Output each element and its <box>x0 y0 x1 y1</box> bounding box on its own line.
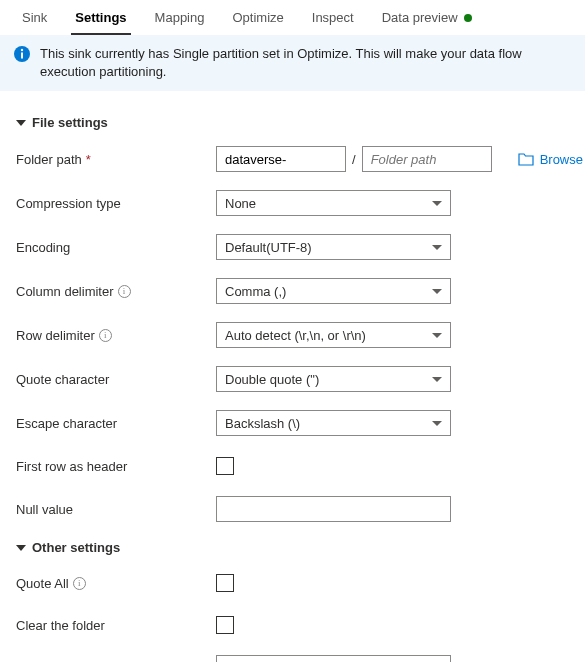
row-first-row-header: First row as header <box>16 454 569 478</box>
label-folder-path: Folder path* <box>16 152 216 167</box>
chevron-down-icon <box>432 377 442 382</box>
svg-rect-1 <box>21 53 23 59</box>
settings-content: File settings Folder path* / Browse Comp… <box>0 91 585 662</box>
info-icon <box>14 46 30 62</box>
label-row-delimiter: Row delimiter i <box>16 328 216 343</box>
compression-type-select[interactable]: None <box>216 190 451 216</box>
label-compression-type: Compression type <box>16 196 216 211</box>
info-circle-icon[interactable]: i <box>73 577 86 590</box>
row-compression-type: Compression type None <box>16 190 569 216</box>
info-text: This sink currently has Single partition… <box>40 45 571 81</box>
chevron-down-icon <box>16 120 26 126</box>
info-circle-icon[interactable]: i <box>118 285 131 298</box>
label-null-value: Null value <box>16 502 216 517</box>
tab-data-preview[interactable]: Data preview <box>368 0 486 35</box>
file-name-option-select[interactable]: Output to single file <box>216 655 451 662</box>
tab-sink[interactable]: Sink <box>8 0 61 35</box>
row-encoding: Encoding Default(UTF-8) <box>16 234 569 260</box>
column-delimiter-select[interactable]: Comma (,) <box>216 278 451 304</box>
row-quote-character: Quote character Double quote (") <box>16 366 569 392</box>
row-clear-folder: Clear the folder <box>16 613 569 637</box>
escape-character-select[interactable]: Backslash (\) <box>216 410 451 436</box>
tab-bar: Sink Settings Mapping Optimize Inspect D… <box>0 0 585 35</box>
row-file-name-option: File name option Output to single file <box>16 655 569 662</box>
tab-mapping[interactable]: Mapping <box>141 0 219 35</box>
path-separator: / <box>352 152 356 167</box>
chevron-down-icon <box>432 289 442 294</box>
browse-button[interactable]: Browse <box>518 152 583 167</box>
quote-all-checkbox[interactable] <box>216 574 234 592</box>
chevron-down-icon <box>432 245 442 250</box>
row-null-value: Null value <box>16 496 569 522</box>
status-dot-icon <box>464 14 472 22</box>
chevron-down-icon <box>16 545 26 551</box>
folder-icon <box>518 152 534 166</box>
tab-inspect[interactable]: Inspect <box>298 0 368 35</box>
chevron-down-icon <box>432 333 442 338</box>
chevron-down-icon <box>432 421 442 426</box>
row-quote-all: Quote All i <box>16 571 569 595</box>
label-column-delimiter: Column delimiter i <box>16 284 216 299</box>
row-column-delimiter: Column delimiter i Comma (,) <box>16 278 569 304</box>
folder-container-input[interactable] <box>216 146 346 172</box>
quote-character-select[interactable]: Double quote (") <box>216 366 451 392</box>
label-encoding: Encoding <box>16 240 216 255</box>
label-escape-character: Escape character <box>16 416 216 431</box>
label-quote-character: Quote character <box>16 372 216 387</box>
label-quote-all: Quote All i <box>16 576 216 591</box>
svg-point-2 <box>21 49 23 51</box>
tab-settings[interactable]: Settings <box>61 0 140 35</box>
folder-path-input[interactable] <box>362 146 492 172</box>
encoding-select[interactable]: Default(UTF-8) <box>216 234 451 260</box>
row-delimiter-select[interactable]: Auto detect (\r,\n, or \r\n) <box>216 322 451 348</box>
info-bar: This sink currently has Single partition… <box>0 35 585 91</box>
row-folder-path: Folder path* / Browse <box>16 146 569 172</box>
section-file-settings[interactable]: File settings <box>16 115 569 130</box>
info-circle-icon[interactable]: i <box>99 329 112 342</box>
chevron-down-icon <box>432 201 442 206</box>
null-value-input[interactable] <box>216 496 451 522</box>
label-clear-folder: Clear the folder <box>16 618 216 633</box>
clear-folder-checkbox[interactable] <box>216 616 234 634</box>
label-first-row-header: First row as header <box>16 459 216 474</box>
tab-optimize[interactable]: Optimize <box>218 0 297 35</box>
row-escape-character: Escape character Backslash (\) <box>16 410 569 436</box>
first-row-header-checkbox[interactable] <box>216 457 234 475</box>
row-row-delimiter: Row delimiter i Auto detect (\r,\n, or \… <box>16 322 569 348</box>
section-other-settings[interactable]: Other settings <box>16 540 569 555</box>
